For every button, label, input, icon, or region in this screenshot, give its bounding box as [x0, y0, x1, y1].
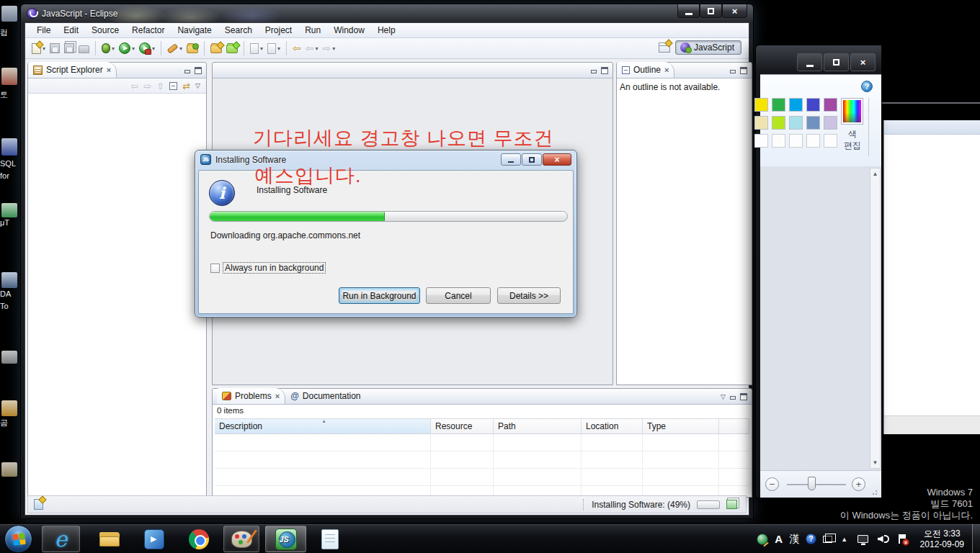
tab-close-icon[interactable]: ×: [275, 392, 280, 400]
desktop-icon[interactable]: [1, 6, 17, 22]
color-swatch-empty[interactable]: [754, 134, 768, 148]
maximize-view-button[interactable]: [740, 67, 747, 74]
tray-language-icon[interactable]: [753, 524, 772, 553]
color-swatch-empty[interactable]: [806, 134, 820, 148]
vertical-scrollbar[interactable]: ▲ ▼: [870, 168, 881, 469]
desktop-icon[interactable]: [1, 462, 17, 477]
dropdown-icon[interactable]: ▾: [152, 45, 155, 52]
tab-outline[interactable]: Outline ×: [617, 62, 674, 78]
problems-table-body[interactable]: [215, 434, 749, 497]
color-swatch[interactable]: [789, 116, 803, 130]
color-swatch[interactable]: [754, 116, 768, 130]
view-menu-icon[interactable]: ▽: [721, 393, 726, 400]
new-wizard-button[interactable]: ▾: [30, 42, 48, 55]
color-swatch[interactable]: [806, 98, 820, 112]
run-button[interactable]: ▾: [117, 41, 137, 55]
menu-edit[interactable]: Edit: [58, 24, 84, 37]
maximize-button[interactable]: [700, 4, 722, 18]
tray-action-center-icon[interactable]: ×: [893, 524, 913, 553]
zoom-out-button[interactable]: −: [765, 477, 779, 491]
tab-close-icon[interactable]: ×: [664, 66, 669, 74]
save-button[interactable]: [48, 42, 62, 55]
color-swatch-empty[interactable]: [772, 134, 785, 148]
paint-canvas[interactable]: ▲ ▼: [760, 166, 881, 470]
menu-project[interactable]: Project: [259, 24, 298, 37]
desktop-icon[interactable]: [1, 203, 17, 217]
open-perspective-icon[interactable]: [659, 42, 670, 53]
external-tools-button[interactable]: ▾: [137, 41, 157, 55]
dropdown-icon[interactable]: ▾: [132, 45, 135, 52]
desktop-icon[interactable]: [1, 272, 17, 288]
menu-source[interactable]: Source: [86, 24, 125, 37]
back-icon[interactable]: ⇦: [130, 81, 138, 91]
minimize-view-button[interactable]: [729, 68, 736, 74]
edit-colors-label[interactable]: 색: [835, 128, 870, 140]
run-in-background-button[interactable]: Run in Background: [339, 287, 420, 304]
dropdown-icon[interactable]: ▾: [260, 45, 263, 52]
menu-run[interactable]: Run: [299, 24, 326, 37]
taskbar-notepad[interactable]: [311, 526, 349, 552]
background-window[interactable]: [883, 120, 980, 434]
desktop-icon[interactable]: [1, 400, 17, 416]
color-swatch[interactable]: [806, 116, 820, 130]
next-annotation-button[interactable]: ▾: [248, 42, 265, 55]
paint-maximize-button[interactable]: [824, 53, 849, 71]
paint-close-button[interactable]: ×: [850, 53, 876, 71]
forward-button[interactable]: ⇨▾: [321, 42, 338, 55]
import-button[interactable]: [208, 42, 224, 55]
desktop-icon[interactable]: [1, 138, 17, 156]
paint-minimize-button[interactable]: [797, 53, 822, 71]
dropdown-icon[interactable]: ▾: [43, 45, 45, 52]
tab-documentation[interactable]: @ Documentation: [285, 388, 365, 404]
checkbox-label[interactable]: Always run in background: [223, 263, 325, 273]
export-button[interactable]: [224, 42, 240, 55]
taskbar-eclipse-js[interactable]: JS: [265, 526, 306, 552]
taskbar-windows-explorer[interactable]: [92, 526, 128, 552]
view-menu-icon[interactable]: ▽: [195, 82, 200, 89]
tray-window-switch-icon[interactable]: [819, 524, 837, 553]
menu-window[interactable]: Window: [328, 24, 370, 37]
tray-volume-icon[interactable]: [874, 524, 893, 553]
column-header-path[interactable]: Path: [494, 419, 582, 433]
dialog-close-button[interactable]: ×: [543, 153, 571, 166]
menu-help[interactable]: Help: [372, 24, 401, 37]
up-icon[interactable]: ⇧: [156, 81, 164, 91]
tray-help-icon[interactable]: ?: [803, 524, 819, 553]
zoom-slider-thumb[interactable]: [808, 477, 816, 490]
back-button[interactable]: ⇦▾: [303, 42, 321, 55]
open-element-button[interactable]: [184, 42, 200, 55]
tray-ime-hanja[interactable]: 漢: [786, 524, 803, 553]
tray-show-hidden-icons[interactable]: ▲: [837, 524, 852, 553]
background-jobs-icon[interactable]: [726, 500, 737, 509]
resize-grip[interactable]: [872, 488, 879, 495]
dialog-minimize-button[interactable]: [501, 153, 521, 166]
dropdown-icon[interactable]: ▾: [332, 45, 335, 52]
collapse-all-icon[interactable]: [169, 82, 177, 90]
start-button[interactable]: [4, 525, 32, 553]
scroll-down-icon[interactable]: ▼: [870, 459, 880, 466]
forward-icon[interactable]: ⇨: [143, 81, 151, 91]
column-header-description[interactable]: ▴ Description: [215, 419, 431, 433]
tab-close-icon[interactable]: ×: [107, 66, 111, 74]
desktop-icon[interactable]: [1, 68, 17, 85]
maximize-view-button[interactable]: [740, 393, 747, 400]
debug-button[interactable]: ▾: [99, 42, 117, 55]
column-header-type[interactable]: Type: [643, 419, 719, 433]
taskbar-paint[interactable]: [223, 526, 259, 552]
dropdown-icon[interactable]: ▾: [112, 45, 115, 52]
show-desktop-button[interactable]: [972, 524, 980, 553]
cancel-button[interactable]: Cancel: [426, 287, 491, 304]
dialog-maximize-button[interactable]: [522, 153, 542, 166]
dropdown-icon[interactable]: ▾: [316, 45, 318, 52]
color-swatch[interactable]: [789, 98, 803, 112]
menu-file[interactable]: File: [31, 24, 56, 37]
taskbar-chrome[interactable]: [182, 526, 216, 552]
print-button[interactable]: [76, 42, 92, 55]
desktop-icon[interactable]: [1, 351, 17, 364]
dropdown-icon[interactable]: ▾: [179, 45, 182, 52]
eclipse-titlebar[interactable]: JavaScript - Eclipse: [21, 4, 753, 22]
scroll-up-icon[interactable]: ▲: [870, 171, 880, 177]
link-with-editor-icon[interactable]: ⇄: [182, 81, 190, 91]
minimize-view-button[interactable]: [184, 68, 191, 74]
color-swatch[interactable]: [754, 98, 768, 112]
